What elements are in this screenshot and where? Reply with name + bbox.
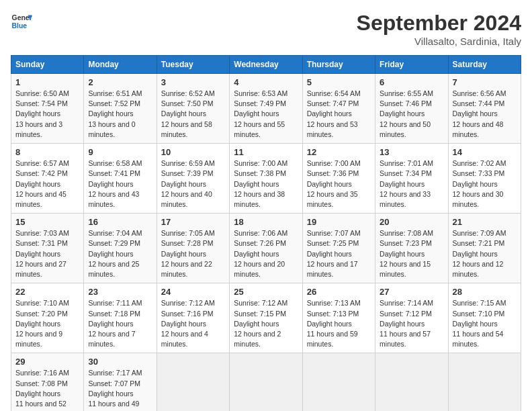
calendar-week-row: 29Sunrise: 7:16 AMSunset: 7:08 PMDayligh… (11, 353, 521, 411)
calendar-day-6: 6Sunrise: 6:55 AMSunset: 7:46 PMDaylight… (375, 74, 448, 144)
calendar-day-empty (448, 353, 521, 411)
calendar-day-empty (230, 353, 302, 411)
calendar-week-row: 1Sunrise: 6:50 AMSunset: 7:54 PMDaylight… (11, 74, 521, 144)
title-block: September 2024 Villasalto, Sardinia, Ita… (357, 11, 521, 47)
calendar-day-16: 16Sunrise: 7:04 AMSunset: 7:29 PMDayligh… (84, 214, 157, 283)
calendar-day-28: 28Sunrise: 7:15 AMSunset: 7:10 PMDayligh… (448, 283, 521, 353)
calendar-day-22: 22Sunrise: 7:10 AMSunset: 7:20 PMDayligh… (11, 283, 84, 353)
calendar-day-11: 11Sunrise: 7:00 AMSunset: 7:38 PMDayligh… (230, 144, 302, 214)
calendar-day-3: 3Sunrise: 6:52 AMSunset: 7:50 PMDaylight… (157, 74, 229, 144)
calendar-day-19: 19Sunrise: 7:07 AMSunset: 7:25 PMDayligh… (302, 214, 375, 283)
weekday-header-row: SundayMondayTuesdayWednesdayThursdayFrid… (11, 56, 521, 74)
svg-text:Blue: Blue (12, 22, 28, 30)
logo-icon: General Blue (11, 11, 32, 32)
weekday-header-friday: Friday (375, 56, 448, 74)
page-header: General Blue September 2024 Villasalto, … (11, 11, 521, 47)
weekday-header-tuesday: Tuesday (157, 56, 229, 74)
calendar-day-29: 29Sunrise: 7:16 AMSunset: 7:08 PMDayligh… (11, 353, 84, 411)
calendar-week-row: 8Sunrise: 6:57 AMSunset: 7:42 PMDaylight… (11, 144, 521, 214)
calendar-day-5: 5Sunrise: 6:54 AMSunset: 7:47 PMDaylight… (302, 74, 375, 144)
weekday-header-wednesday: Wednesday (230, 56, 302, 74)
weekday-header-saturday: Saturday (448, 56, 521, 74)
calendar-day-empty (302, 353, 375, 411)
calendar-day-9: 9Sunrise: 6:58 AMSunset: 7:41 PMDaylight… (84, 144, 157, 214)
calendar-day-15: 15Sunrise: 7:03 AMSunset: 7:31 PMDayligh… (11, 214, 84, 283)
calendar-week-row: 22Sunrise: 7:10 AMSunset: 7:20 PMDayligh… (11, 283, 521, 353)
calendar-table: SundayMondayTuesdayWednesdayThursdayFrid… (11, 55, 521, 411)
month-title: September 2024 (357, 11, 521, 36)
calendar-day-24: 24Sunrise: 7:12 AMSunset: 7:16 PMDayligh… (157, 283, 229, 353)
calendar-day-20: 20Sunrise: 7:08 AMSunset: 7:23 PMDayligh… (375, 214, 448, 283)
calendar-day-25: 25Sunrise: 7:12 AMSunset: 7:15 PMDayligh… (230, 283, 302, 353)
weekday-header-monday: Monday (84, 56, 157, 74)
calendar-day-26: 26Sunrise: 7:13 AMSunset: 7:13 PMDayligh… (302, 283, 375, 353)
calendar-day-21: 21Sunrise: 7:09 AMSunset: 7:21 PMDayligh… (448, 214, 521, 283)
location-subtitle: Villasalto, Sardinia, Italy (357, 36, 521, 47)
calendar-day-30: 30Sunrise: 7:17 AMSunset: 7:07 PMDayligh… (84, 353, 157, 411)
calendar-day-23: 23Sunrise: 7:11 AMSunset: 7:18 PMDayligh… (84, 283, 157, 353)
calendar-day-17: 17Sunrise: 7:05 AMSunset: 7:28 PMDayligh… (157, 214, 229, 283)
calendar-day-8: 8Sunrise: 6:57 AMSunset: 7:42 PMDaylight… (11, 144, 84, 214)
calendar-week-row: 15Sunrise: 7:03 AMSunset: 7:31 PMDayligh… (11, 214, 521, 283)
calendar-day-empty (157, 353, 229, 411)
weekday-header-sunday: Sunday (11, 56, 84, 74)
calendar-day-13: 13Sunrise: 7:01 AMSunset: 7:34 PMDayligh… (375, 144, 448, 214)
calendar-day-4: 4Sunrise: 6:53 AMSunset: 7:49 PMDaylight… (230, 74, 302, 144)
calendar-day-18: 18Sunrise: 7:06 AMSunset: 7:26 PMDayligh… (230, 214, 302, 283)
calendar-day-14: 14Sunrise: 7:02 AMSunset: 7:33 PMDayligh… (448, 144, 521, 214)
calendar-day-empty (375, 353, 448, 411)
calendar-day-7: 7Sunrise: 6:56 AMSunset: 7:44 PMDaylight… (448, 74, 521, 144)
calendar-day-1: 1Sunrise: 6:50 AMSunset: 7:54 PMDaylight… (11, 74, 84, 144)
calendar-day-10: 10Sunrise: 6:59 AMSunset: 7:39 PMDayligh… (157, 144, 229, 214)
weekday-header-thursday: Thursday (302, 56, 375, 74)
calendar-day-2: 2Sunrise: 6:51 AMSunset: 7:52 PMDaylight… (84, 74, 157, 144)
calendar-day-12: 12Sunrise: 7:00 AMSunset: 7:36 PMDayligh… (302, 144, 375, 214)
logo: General Blue (11, 11, 32, 32)
calendar-day-27: 27Sunrise: 7:14 AMSunset: 7:12 PMDayligh… (375, 283, 448, 353)
